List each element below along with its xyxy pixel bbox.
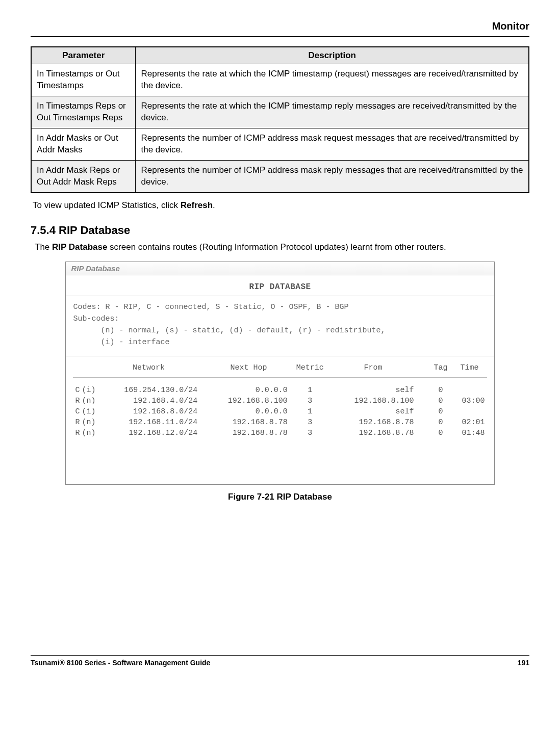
section-heading: 7.5.4 RIP Database [31,224,529,237]
rip-cell-metric: 1 [290,377,330,396]
rip-cell-from: self [330,406,429,417]
rip-cell-next_hop: 0.0.0.0 [208,406,290,417]
page-footer: Tsunami® 8100 Series - Software Manageme… [31,659,529,667]
rip-database-title: RIP DATABASE [66,275,494,296]
rip-row: R(n)192.168.4.0/24192.168.8.1003192.168.… [73,396,487,406]
refresh-bold: Refresh [181,200,213,210]
table-row: In Timestamps Reps or Out Timestamps Rep… [31,96,529,128]
footer-right: 191 [518,659,529,667]
panel-titlebar: RIP Database [66,262,494,275]
cell-description: Represents the rate at which the ICMP ti… [136,64,529,96]
rip-cell-sub: (n) [82,396,97,406]
rip-cell-from: self [330,377,429,396]
cell-parameter: In Addr Masks or Out Addr Masks [31,128,136,160]
rip-cell-next_hop: 192.168.8.100 [208,396,290,406]
th-blank2 [82,359,97,378]
rip-cell-tag: 0 [429,428,452,438]
parameter-table: Parameter Description In Timestamps or O… [31,46,529,193]
rip-cell-tag: 0 [429,406,452,417]
rip-cell-metric: 3 [290,428,330,438]
refresh-instruction: To view updated ICMP Statistics, click R… [33,200,529,211]
rip-cell-metric: 3 [290,417,330,428]
refresh-pre: To view updated ICMP Statistics, click [33,200,181,210]
intro-post: screen contains routes (Routing Informat… [107,242,446,252]
footer-rule [31,655,529,656]
rip-cell-from: 192.168.8.78 [330,417,429,428]
rip-cell-from: 192.168.8.100 [330,396,429,406]
th-from: From [330,359,429,378]
rip-cell-metric: 3 [290,396,330,406]
rip-cell-tag: 0 [429,377,452,396]
rip-cell-from: 192.168.8.78 [330,428,429,438]
rip-cell-next_hop: 0.0.0.0 [208,377,290,396]
rip-legend: Codes: R - RIP, C - connected, S - Stati… [66,296,494,356]
rip-cell-code: C [73,406,82,417]
rip-cell-sub: (i) [82,406,97,417]
rip-cell-time [452,377,487,396]
footer-left: Tsunami® 8100 Series - Software Manageme… [31,659,210,667]
cell-description: Represents the rate at which the ICMP ti… [136,96,529,128]
rip-cell-metric: 1 [290,406,330,417]
rip-database-table: Network Next Hop Metric From Tag Time C(… [73,359,487,438]
rip-cell-next_hop: 192.168.8.78 [208,417,290,428]
rip-cell-time [452,406,487,417]
rip-cell-code: C [73,377,82,396]
rip-cell-code: R [73,396,82,406]
cell-parameter: In Timestamps Reps or Out Timestamps Rep… [31,96,136,128]
cell-description: Represents the number of ICMP address ma… [136,160,529,192]
rip-cell-tag: 0 [429,396,452,406]
rip-cell-sub: (n) [82,417,97,428]
header-rule [31,36,529,37]
rip-cell-network: 169.254.130.0/24 [97,377,208,396]
rip-cell-code: R [73,428,82,438]
rip-cell-tag: 0 [429,417,452,428]
page-header-title: Monitor [31,20,529,32]
rip-cell-network: 192.168.8.0/24 [97,406,208,417]
rip-cell-code: R [73,417,82,428]
rip-cell-sub: (i) [82,377,97,396]
table-row: In Timestamps or Out TimestampsRepresent… [31,64,529,96]
figure-caption: Figure 7-21 RIP Database [31,492,529,502]
rip-cell-network: 192.168.11.0/24 [97,417,208,428]
table-row: In Addr Mask Reps or Out Addr Mask RepsR… [31,160,529,192]
cell-parameter: In Timestamps or Out Timestamps [31,64,136,96]
rip-cell-time: 01:48 [452,428,487,438]
rip-cell-network: 192.168.12.0/24 [97,428,208,438]
rip-row: C(i)169.254.130.0/240.0.0.01self0 [73,377,487,396]
refresh-post: . [213,200,215,210]
th-description: Description [136,47,529,64]
cell-description: Represents the number of ICMP address ma… [136,128,529,160]
table-row: In Addr Masks or Out Addr MasksRepresent… [31,128,529,160]
rip-cell-time: 03:00 [452,396,487,406]
th-parameter: Parameter [31,47,136,64]
th-tag: Tag [429,359,452,378]
rip-row: C(i)192.168.8.0/240.0.0.01self0 [73,406,487,417]
rip-row: R(n)192.168.11.0/24192.168.8.783192.168.… [73,417,487,428]
th-blank1 [73,359,82,378]
th-time: Time [452,359,487,378]
rip-cell-time: 02:01 [452,417,487,428]
section-intro: The RIP Database screen contains routes … [35,242,529,252]
intro-bold: RIP Database [52,242,107,252]
rip-database-panel: RIP Database RIP DATABASE Codes: R - RIP… [65,262,494,485]
th-metric: Metric [290,359,330,378]
rip-row: R(n)192.168.12.0/24192.168.8.783192.168.… [73,428,487,438]
th-nexthop: Next Hop [208,359,290,378]
rip-cell-network: 192.168.4.0/24 [97,396,208,406]
th-network: Network [97,359,208,378]
rip-cell-sub: (n) [82,428,97,438]
cell-parameter: In Addr Mask Reps or Out Addr Mask Reps [31,160,136,192]
intro-pre: The [35,242,52,252]
rip-cell-next_hop: 192.168.8.78 [208,428,290,438]
